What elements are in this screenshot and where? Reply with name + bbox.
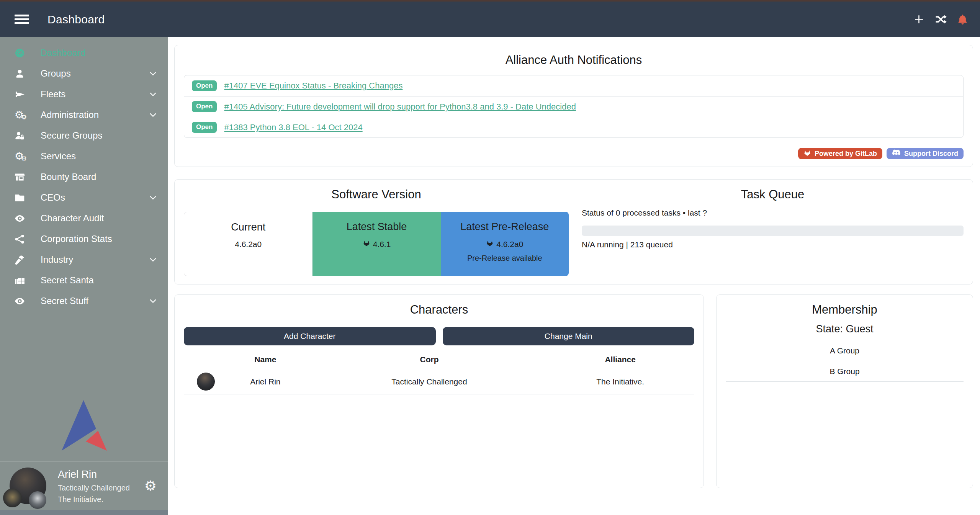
chevron-down-icon bbox=[149, 193, 157, 202]
software-version-title: Software Version bbox=[184, 186, 569, 203]
portrait-column-header bbox=[184, 350, 218, 369]
gitlab-tanuki-icon bbox=[803, 149, 811, 159]
version-cell-pre: Latest Pre-Release4.6.2a0Pre-Release ava… bbox=[441, 212, 569, 276]
characters-buttons: Add Character Change Main bbox=[184, 327, 694, 345]
version-cell-value: 4.6.2a0 bbox=[184, 240, 312, 249]
sidebar-item-label: Fleets bbox=[41, 89, 65, 100]
notification-item: Open#1407 EVE Equinox Status - Breaking … bbox=[184, 75, 963, 96]
sidebar-item-label: Services bbox=[41, 151, 76, 162]
version-cell-note: Pre-Release available bbox=[441, 254, 569, 263]
gitlab-tanuki-icon bbox=[363, 239, 370, 249]
menu-toggle-icon[interactable] bbox=[15, 13, 29, 26]
sidebar-item-bounty-board[interactable]: Bounty Board bbox=[0, 167, 168, 187]
version-cell-stable: Latest Stable4.6.1 bbox=[312, 212, 440, 276]
sidebar: DashboardGroupsFleets⚙⚙AdministrationSec… bbox=[0, 37, 168, 515]
sidebar-item-secure-groups[interactable]: Secure Groups bbox=[0, 125, 168, 146]
sidebar-item-label: Industry bbox=[41, 254, 73, 265]
membership-title: Membership bbox=[726, 302, 964, 318]
alliance-logo-badge bbox=[29, 491, 46, 509]
sidebar-item-label: Bounty Board bbox=[41, 172, 96, 182]
user-avatar bbox=[10, 468, 46, 504]
sidebar-item-corporation-stats[interactable]: Corporation Stats bbox=[0, 229, 168, 249]
status-badge: Open bbox=[192, 122, 217, 133]
chevron-down-icon bbox=[149, 111, 157, 119]
sidebar-item-dashboard[interactable]: Dashboard bbox=[0, 43, 168, 63]
character-portrait-cell bbox=[184, 369, 218, 394]
sidebar-item-services[interactable]: ⚙⚙Services bbox=[0, 146, 168, 167]
membership-card: Membership State: Guest A GroupB Group bbox=[716, 294, 973, 488]
notification-link[interactable]: #1407 EVE Equinox Status - Breaking Chan… bbox=[224, 81, 402, 91]
shuffle-icon[interactable] bbox=[935, 13, 947, 25]
sidebar-item-groups[interactable]: Groups bbox=[0, 63, 168, 84]
user-settings-gear-icon[interactable]: ⚙ bbox=[144, 479, 157, 493]
version-strip: Current4.6.2a0Latest Stable4.6.1Latest P… bbox=[184, 212, 569, 276]
sidebar-item-administration[interactable]: ⚙⚙Administration bbox=[0, 105, 168, 125]
membership-group-row: A Group bbox=[726, 340, 964, 361]
folder-icon bbox=[15, 192, 31, 203]
version-cell-value: 4.6.1 bbox=[312, 239, 440, 249]
sidebar-item-secret-santa[interactable]: Secret Santa bbox=[0, 270, 168, 291]
user-alliance: The Initiative. bbox=[58, 494, 130, 505]
character-corp-cell: Tactically Challenged bbox=[312, 369, 546, 394]
user-icon bbox=[15, 68, 31, 79]
discord-icon bbox=[892, 149, 901, 158]
notification-link[interactable]: #1405 Advisory: Future development will … bbox=[224, 102, 576, 112]
version-number: 4.6.2a0 bbox=[496, 240, 523, 249]
sidebar-item-label: Corporation Stats bbox=[41, 234, 112, 244]
sidebar-item-label: Dashboard bbox=[41, 47, 85, 58]
status-card: Software Version Current4.6.2a0Latest St… bbox=[174, 179, 973, 284]
page-title: Dashboard bbox=[47, 13, 105, 26]
task-queue-title: Task Queue bbox=[582, 186, 964, 203]
store-icon bbox=[15, 172, 31, 182]
gitlab-badge[interactable]: Powered by GitLab bbox=[798, 148, 882, 159]
sidebar-item-character-audit[interactable]: Character Audit bbox=[0, 208, 168, 229]
version-cell-current: Current4.6.2a0 bbox=[184, 212, 312, 276]
chevron-down-icon bbox=[149, 255, 157, 264]
eye-icon bbox=[15, 213, 31, 224]
sidebar-item-label: Secret Santa bbox=[41, 275, 94, 286]
column-header-corp: Corp bbox=[312, 350, 546, 369]
characters-table-header: NameCorpAlliance bbox=[184, 350, 694, 369]
notification-link[interactable]: #1383 Python 3.8 EOL - 14 Oct 2024 bbox=[224, 123, 362, 132]
notifications-footer-badges: Powered by GitLabSupport Discord bbox=[184, 148, 964, 159]
sidebar-item-label: Character Audit bbox=[41, 213, 104, 224]
gitlab-tanuki-icon bbox=[486, 239, 494, 249]
task-queue-summary: N/A running | 213 queued bbox=[582, 240, 964, 249]
membership-groups: A GroupB Group bbox=[726, 340, 964, 382]
add-character-button[interactable]: Add Character bbox=[184, 327, 436, 345]
version-cell-label: Latest Pre-Release bbox=[441, 221, 569, 233]
chevron-down-icon bbox=[149, 69, 157, 78]
bottom-row: Characters Add Character Change Main Nam… bbox=[174, 294, 973, 488]
main-content: Alliance Auth Notifications Open#1407 EV… bbox=[168, 37, 980, 515]
characters-card: Characters Add Character Change Main Nam… bbox=[174, 294, 704, 488]
character-alliance-cell: The Initiative. bbox=[546, 369, 694, 394]
version-number: 4.6.2a0 bbox=[235, 240, 262, 249]
gauge-icon bbox=[15, 47, 31, 58]
character-name-cell: Ariel Rin bbox=[218, 369, 312, 394]
sidebar-item-ceos[interactable]: CEOs bbox=[0, 187, 168, 208]
notifications-title: Alliance Auth Notifications bbox=[184, 52, 964, 68]
task-queue-status: Status of 0 processed tasks • last ? bbox=[582, 208, 964, 217]
sidebar-item-label: CEOs bbox=[41, 192, 65, 203]
user-info: Ariel Rin Tactically Challenged The Init… bbox=[58, 467, 130, 505]
sidebar-item-industry[interactable]: Industry bbox=[0, 249, 168, 270]
chevron-down-icon bbox=[149, 90, 157, 99]
top-navbar: Dashboard bbox=[0, 0, 980, 37]
table-row: Ariel RinTactically ChallengedThe Initia… bbox=[184, 369, 694, 394]
change-main-button[interactable]: Change Main bbox=[443, 327, 695, 345]
software-version-section: Software Version Current4.6.2a0Latest St… bbox=[184, 186, 569, 277]
add-icon[interactable] bbox=[913, 13, 925, 25]
user-name: Ariel Rin bbox=[58, 467, 130, 482]
notifications-bell-icon[interactable] bbox=[957, 13, 969, 25]
sidebar-item-secret-stuff[interactable]: Secret Stuff bbox=[0, 291, 168, 311]
discord-badge[interactable]: Support Discord bbox=[887, 148, 964, 159]
navbar-actions bbox=[913, 13, 969, 25]
sidebar-item-label: Secret Stuff bbox=[41, 296, 88, 306]
status-badge: Open bbox=[192, 101, 217, 112]
notifications-card: Alliance Auth Notifications Open#1407 EV… bbox=[174, 45, 973, 167]
version-cell-label: Latest Stable bbox=[312, 221, 440, 233]
user-panel: Ariel Rin Tactically Challenged The Init… bbox=[0, 462, 168, 510]
characters-title: Characters bbox=[184, 302, 694, 318]
sidebar-item-fleets[interactable]: Fleets bbox=[0, 84, 168, 105]
alliance-auth-logo bbox=[62, 398, 107, 451]
